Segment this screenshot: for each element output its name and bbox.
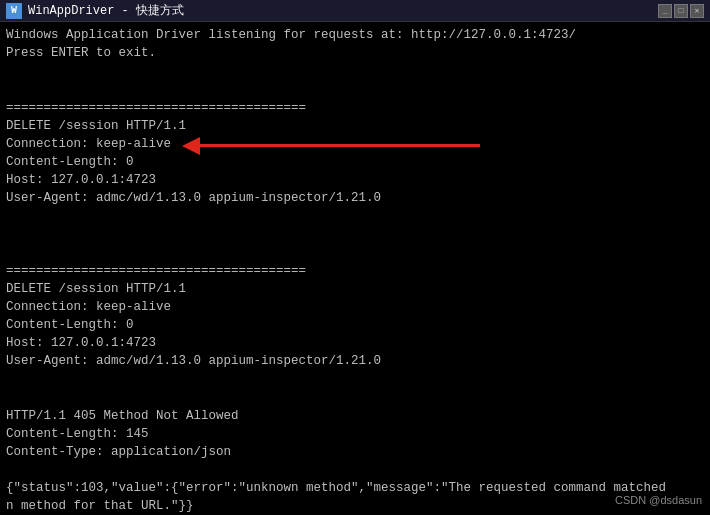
maximize-button[interactable]: □ bbox=[674, 4, 688, 18]
title-bar: W WinAppDriver - 快捷方式 _ □ ✕ bbox=[0, 0, 710, 22]
watermark: CSDN @dsdasun bbox=[615, 493, 702, 509]
title-bar-icon: W bbox=[6, 3, 22, 19]
console-output: Windows Application Driver listening for… bbox=[6, 26, 704, 515]
close-button[interactable]: ✕ bbox=[690, 4, 704, 18]
title-bar-text: WinAppDriver - 快捷方式 bbox=[28, 2, 652, 19]
console-area: Windows Application Driver listening for… bbox=[0, 22, 710, 515]
title-bar-controls: _ □ ✕ bbox=[658, 4, 704, 18]
minimize-button[interactable]: _ bbox=[658, 4, 672, 18]
